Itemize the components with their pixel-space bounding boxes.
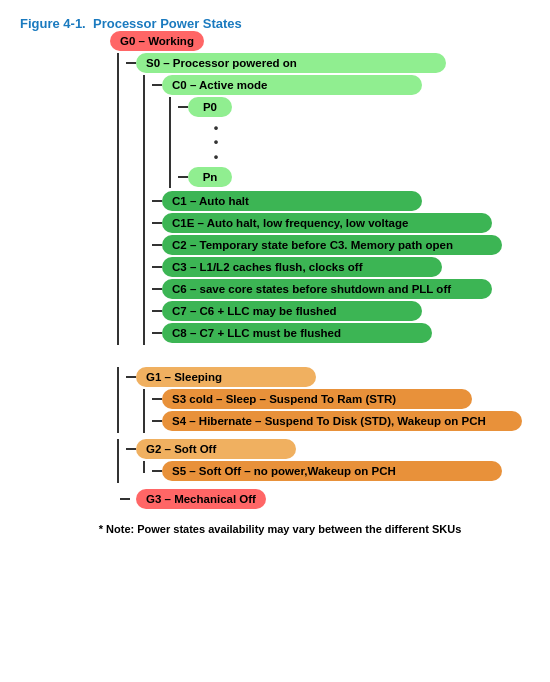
c3-box: C3 – L1/L2 caches flush, clocks off: [162, 257, 442, 277]
s4-box: S4 – Hibernate – Suspend To Disk (STD), …: [162, 411, 522, 431]
g2-box: G2 – Soft Off: [136, 439, 296, 459]
dots: • • •: [200, 121, 232, 164]
c1e-box: C1E – Auto halt, low frequency, low volt…: [162, 213, 492, 233]
c1-box: C1 – Auto halt: [162, 191, 422, 211]
pn-box: Pn: [188, 167, 232, 187]
c2-box: C2 – Temporary state before C3. Memory p…: [162, 235, 502, 255]
c7-box: C7 – C6 + LLC may be flushed: [162, 301, 422, 321]
c6-box: C6 – save core states before shutdown an…: [162, 279, 492, 299]
diagram: G0 – Working S0 – Processor powered on: [20, 31, 530, 535]
figure-title: Figure 4-1. Processor Power States: [20, 16, 530, 31]
c8-box: C8 – C7 + LLC must be flushed: [162, 323, 432, 343]
g1-box: G1 – Sleeping: [136, 367, 316, 387]
p0-box: P0: [188, 97, 232, 117]
c0-box: C0 – Active mode: [162, 75, 422, 95]
g0-box: G0 – Working: [110, 31, 204, 51]
s3-box: S3 cold – Sleep – Suspend To Ram (STR): [162, 389, 472, 409]
s5-box: S5 – Soft Off – no power,Wakeup on PCH: [162, 461, 502, 481]
g3-box: G3 – Mechanical Off: [136, 489, 266, 509]
s0-box: S0 – Processor powered on: [136, 53, 446, 73]
note: * Note: Power states availability may va…: [30, 523, 530, 535]
